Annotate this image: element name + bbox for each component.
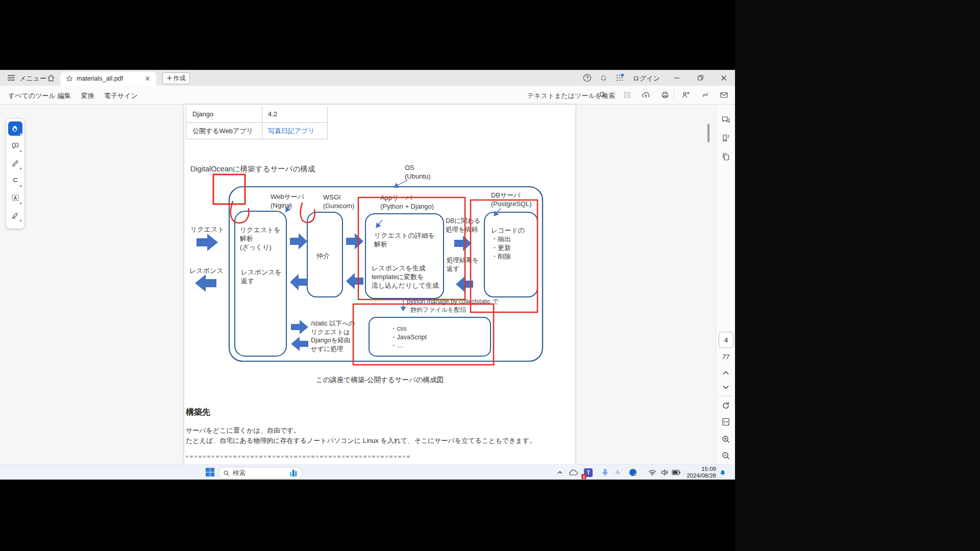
comments-panel-icon[interactable] [721,115,730,124]
tools-toolbar: すべてのツール 編集 変換 電子サイン テキストまたはツールを検索 [0,86,735,105]
notification-bell-icon[interactable] [599,73,608,82]
bookmarks-panel-icon[interactable] [721,134,730,143]
add-person-icon[interactable] [681,91,690,99]
mail-icon[interactable] [720,91,728,99]
toolbar-divider [615,90,615,99]
sign-tool-button[interactable] [8,208,22,222]
figure-caption: この講座で構築-公開するサーバの構成図 [184,375,575,385]
edit-button[interactable]: 編集 [58,91,71,101]
table-cell: Django [192,110,213,118]
red-hook-nginx [231,202,249,223]
wsgi-text: 仲介 [316,252,330,260]
link-icon[interactable] [701,91,709,99]
meeting-video-tile: 福島 FUKUSHIMA福島 [735,0,980,551]
clock-time: 15:09 [687,466,716,472]
scrollbar-thumb[interactable] [707,124,709,142]
body-line: たとえば、自宅にある物理的に存在するノートパソコンに Linux を入れて、そこ… [186,436,536,445]
zoom-in-icon[interactable] [721,435,730,444]
spec-table: Django 4.2 公開するWebアプリ 写真日記アプリ [186,106,328,139]
app-parse-text: リクエストの詳細を解析 [374,231,435,248]
red-square-annotation [213,174,245,204]
taskbar-search-box[interactable]: 検索 [218,467,303,479]
start-button[interactable] [205,467,215,477]
minimize-button[interactable] [673,74,681,82]
text-select-icon [11,194,19,202]
add-comment-tool-button[interactable] [8,139,22,153]
app-pointer-arrow [376,220,382,228]
teams-icon[interactable]: T 1 [584,468,593,477]
toolbar-divider [674,90,674,99]
quick-tools-panel [6,119,24,229]
next-page-icon[interactable] [721,383,730,392]
wifi-icon[interactable] [648,469,656,476]
request-label: リクエスト [190,225,225,234]
search-highlights-icon [289,469,298,477]
rail-divider [720,396,732,396]
ime-indicator[interactable]: A [616,469,620,476]
response-arrow [195,274,216,292]
actual-size-icon[interactable] [721,417,730,427]
all-tools-button[interactable]: すべてのツール [8,91,56,101]
speaker-icon[interactable] [660,469,669,476]
tray-show-hidden-icon[interactable] [556,469,564,476]
os-label: OS(Ubuntu) [405,163,431,181]
pen-icon [11,159,19,167]
esign-button[interactable]: 電子サイン [104,91,138,101]
draw-tool-button[interactable] [8,173,22,188]
screen: メニュー materials_all.pdf 作成 ログイン [0,0,980,551]
db-response-text: 処理結果を返す [447,256,479,273]
request-arrow [197,234,218,251]
clock[interactable]: 15:09 2024/08/28 [687,466,716,479]
highlight-pen-tool-button[interactable] [8,156,22,170]
menu-button[interactable]: メニュー [19,74,46,83]
restore-button[interactable] [696,74,704,82]
create-button[interactable]: 作成 [162,72,190,84]
print-icon[interactable] [661,91,669,99]
apps-grid-icon[interactable] [616,73,624,82]
search-icon[interactable] [599,91,607,99]
microphone-icon[interactable] [601,468,609,477]
save-icon[interactable] [623,91,631,99]
convert-button[interactable]: 変換 [81,91,94,101]
static-items-text: ・css・JavaScript・… [390,324,427,350]
login-button[interactable]: ログイン [633,74,660,83]
app-generate-text: レスポンスを生成templateに変数を流し込んだりして生成 [372,264,439,290]
home-icon[interactable] [47,74,55,82]
select-text-tool-button[interactable] [8,191,22,205]
tab-title: materials_all.pdf [77,75,123,82]
body-line: サーバをどこに置くかは、自由です。 [186,426,300,435]
window-close-button[interactable] [720,74,728,82]
table-cell: 公開するWebアプリ [192,127,253,136]
onedrive-icon[interactable] [569,469,578,476]
battery-icon[interactable] [672,469,681,475]
tab-close-icon[interactable] [144,76,151,82]
app-to-wsgi-arrow [346,273,363,289]
hand-tool-button[interactable] [8,121,22,136]
help-icon[interactable] [583,73,592,82]
db-request-text: DBに関わる処理を依頼 [446,217,480,234]
search-placeholder: 検索 [233,469,246,478]
app-status-icon[interactable] [629,468,637,477]
page-number-input[interactable]: 4 [719,332,733,348]
favorite-star-icon[interactable] [66,75,73,82]
table-link[interactable]: 写真日記アプリ [268,127,315,136]
table-divider [186,122,327,123]
notification-bell-icon[interactable] [719,468,727,477]
comment-add-icon [11,142,19,150]
page-thumbnails-icon[interactable] [721,152,730,161]
windows-logo-icon [205,467,215,477]
cloud-upload-icon[interactable] [642,91,650,99]
windows-taskbar: 検索 k [0,464,735,480]
acrobat-titlebar: メニュー materials_all.pdf 作成 ログイン [0,70,735,86]
hamburger-menu-icon[interactable] [7,74,15,81]
app-to-db-arrow [454,236,472,251]
rotate-refresh-icon[interactable] [721,401,730,410]
zoom-out-icon[interactable] [721,451,730,460]
web-server-label: Webサーバ(Nginx) [271,192,304,210]
draw-curve-icon [11,177,19,185]
hand-icon [11,124,19,133]
previous-page-icon[interactable] [721,368,730,378]
static-note-text: /static 以下へのリクエストはDjangoを経由せずに処理 [311,319,355,353]
search-icon [223,470,230,477]
document-tab[interactable]: materials_all.pdf [60,72,156,86]
